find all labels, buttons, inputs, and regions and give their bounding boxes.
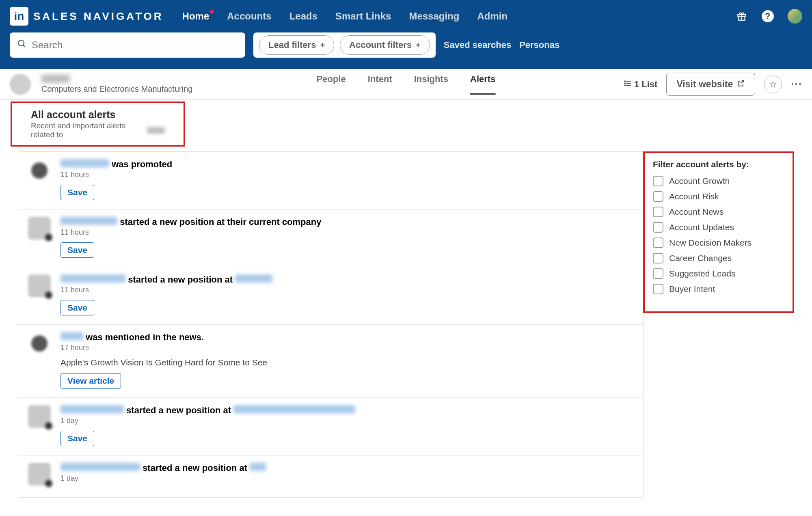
tab-insights[interactable]: Insights	[414, 74, 448, 95]
filter-option[interactable]: Account Risk	[653, 191, 784, 202]
checkbox-icon[interactable]	[653, 191, 663, 202]
page-subtitle-prefix: Recent and important alerts related to	[31, 121, 145, 139]
top-nav: in SALES NAVIGATOR Home Accounts Leads S…	[0, 0, 812, 32]
checkbox-icon[interactable]	[653, 176, 663, 186]
feed-headline: was mentioned in the news.	[60, 332, 633, 343]
feed-body: was promoted11 hoursSave	[60, 159, 633, 200]
feed-body: was mentioned in the news.17 hoursApple'…	[60, 332, 633, 389]
feed-avatar[interactable]	[31, 162, 48, 179]
nav-messaging[interactable]: Messaging	[409, 11, 459, 22]
nav-admin[interactable]: Admin	[477, 11, 508, 22]
search-input[interactable]	[32, 39, 238, 51]
checkbox-icon[interactable]	[653, 268, 663, 279]
nav-leads[interactable]: Leads	[289, 11, 317, 22]
linkedin-logo-icon[interactable]: in	[10, 7, 28, 26]
bookmark-button[interactable]: ☆	[764, 76, 782, 93]
gift-icon[interactable]	[736, 10, 748, 22]
feed-avatar[interactable]	[31, 335, 48, 352]
redacted-person-link[interactable]	[60, 217, 117, 225]
help-icon[interactable]: ?	[762, 10, 774, 22]
redacted-person-link[interactable]	[60, 405, 124, 413]
redacted-person-link[interactable]	[60, 159, 109, 167]
nav-accounts[interactable]: Accounts	[227, 11, 271, 22]
view-article-button[interactable]: View article	[60, 373, 121, 389]
save-button[interactable]: Save	[60, 300, 94, 315]
company-logo[interactable]	[10, 74, 31, 95]
nav-home[interactable]: Home	[182, 11, 209, 22]
filter-option[interactable]: Account Updates	[653, 222, 784, 233]
checkbox-icon[interactable]	[653, 253, 663, 263]
feed-item: was promoted11 hoursSave	[18, 152, 643, 209]
feed-headline: started a new position at	[60, 463, 633, 473]
top-right: ?	[736, 9, 802, 24]
checkbox-icon[interactable]	[653, 237, 663, 248]
filter-option-label: Account Growth	[669, 176, 730, 186]
checkbox-icon[interactable]	[653, 207, 663, 217]
personas-link[interactable]: Personas	[519, 40, 559, 50]
redacted-company-link[interactable]	[233, 405, 355, 413]
filter-option[interactable]: Buyer Intent	[653, 284, 784, 294]
feed-headline: started a new position at their current …	[60, 217, 633, 227]
filter-option[interactable]: Account Growth	[653, 176, 784, 186]
tab-intent[interactable]: Intent	[368, 74, 392, 95]
main-nav: Home Accounts Leads Smart Links Messagin…	[182, 11, 508, 22]
filter-option[interactable]: New Decision Makers	[653, 237, 784, 248]
feed-headline: started a new position at	[60, 274, 633, 285]
alerts-header-highlight: All account alerts Recent and important …	[11, 101, 185, 147]
visit-website-button[interactable]: Visit website	[666, 73, 755, 96]
account-filters-button[interactable]: Account filters +	[340, 35, 430, 55]
content-row: was promoted11 hoursSave started a new p…	[0, 147, 812, 498]
list-link[interactable]: 1 List	[624, 79, 657, 90]
brand-name: SALES NAVIGATOR	[33, 10, 164, 23]
redacted-person-link[interactable]	[60, 274, 125, 283]
redacted-company-name	[147, 127, 165, 134]
feed-timestamp: 1 day	[60, 417, 633, 425]
list-label: 1 List	[634, 79, 657, 90]
tab-people[interactable]: People	[317, 74, 346, 95]
company-meta: Computers and Electronics Manufacturing	[41, 75, 192, 94]
feed-avatar[interactable]	[28, 217, 51, 240]
save-button[interactable]: Save	[60, 185, 94, 200]
subheader-right: 1 List Visit website ☆ ···	[624, 73, 802, 96]
search-box[interactable]	[10, 32, 245, 58]
checkbox-icon[interactable]	[653, 284, 663, 294]
external-link-icon	[737, 79, 745, 90]
saved-searches-link[interactable]: Saved searches	[444, 40, 511, 50]
user-avatar[interactable]	[788, 9, 802, 24]
redacted-person-link[interactable]	[60, 463, 140, 471]
nav-smart-links[interactable]: Smart Links	[335, 11, 391, 22]
feed-avatar[interactable]	[28, 463, 51, 486]
feed-item: started a new position at 11 hoursSave	[18, 267, 643, 325]
feed-avatar[interactable]	[28, 274, 51, 297]
feed-timestamp: 17 hours	[60, 343, 633, 352]
filter-option-label: Account News	[669, 207, 723, 217]
filter-option-label: Career Changes	[669, 253, 732, 263]
feed-item: started a new position at their current …	[18, 209, 643, 267]
filter-option[interactable]: Career Changes	[653, 253, 784, 263]
feed-body: started a new position at 11 hoursSave	[60, 274, 633, 315]
more-menu-button[interactable]: ···	[791, 78, 802, 91]
feed-timestamp: 11 hours	[60, 286, 633, 294]
redacted-person-link[interactable]	[60, 332, 83, 340]
feed-headline-text: started a new position at	[143, 463, 247, 473]
feed-headline: was promoted	[60, 159, 633, 170]
plus-icon: +	[416, 41, 421, 50]
feed-headline-text: started a new position at	[126, 405, 231, 415]
save-button[interactable]: Save	[60, 431, 94, 446]
feed-body: started a new position at 1 daySave	[60, 405, 633, 446]
lead-filters-button[interactable]: Lead filters +	[259, 35, 334, 55]
redacted-company-link[interactable]	[235, 274, 272, 283]
filter-pills: Lead filters + Account filters +	[253, 32, 436, 58]
filter-option[interactable]: Account News	[653, 207, 784, 217]
filter-option[interactable]: Suggested Leads	[653, 268, 784, 279]
feed-headline-text: started a new position at	[128, 274, 233, 285]
feed-avatar[interactable]	[28, 405, 51, 428]
redacted-company-link[interactable]	[250, 463, 266, 471]
ellipsis-icon: ···	[791, 78, 802, 90]
save-button[interactable]: Save	[60, 242, 94, 258]
tab-alerts[interactable]: Alerts	[470, 74, 495, 95]
checkbox-icon[interactable]	[653, 222, 663, 233]
visit-website-label: Visit website	[676, 79, 733, 90]
feed-headline: started a new position at	[60, 405, 633, 416]
alerts-feed: was promoted11 hoursSave started a new p…	[18, 151, 643, 498]
